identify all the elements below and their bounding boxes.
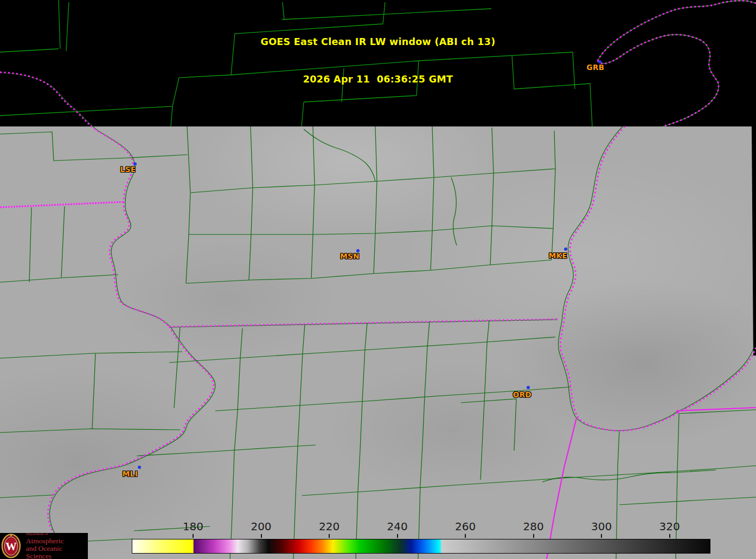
colorbar-tick-260 xyxy=(465,534,466,538)
colorbar-label-240: 240 xyxy=(387,520,407,533)
image-title: GOES East Clean IR LW window (ABI ch 13)… xyxy=(0,11,756,111)
shoreline-lines xyxy=(2,73,754,559)
station-label-MKE: MKE xyxy=(549,251,567,260)
station-label-MSN: MSN xyxy=(340,252,360,261)
logo-line2: and Oceanic Sciences xyxy=(26,545,88,559)
title-line1: GOES East Clean IR LW window (ABI ch 13) xyxy=(0,36,756,48)
highway-lines xyxy=(547,408,756,559)
station-label-MLI: MLI xyxy=(123,469,138,478)
station-label-LSE: LSE xyxy=(120,165,136,174)
colorbar-label-180: 180 xyxy=(183,520,203,533)
colorbar-tick-240 xyxy=(397,534,398,538)
logo-line1: Atmospheric xyxy=(26,537,88,545)
station-dot-ORD xyxy=(527,386,530,389)
logo-dept-line: Department of xyxy=(26,532,88,536)
uw-aos-logo: W Department of Atmospheric and Oceanic … xyxy=(0,533,88,559)
colorbar-label-280: 280 xyxy=(523,520,544,533)
colorbar-label-320: 320 xyxy=(659,520,680,533)
colorbar-tick-180 xyxy=(193,534,194,538)
station-dot-MKE xyxy=(564,247,567,251)
state-border-dense-dotted xyxy=(0,202,124,207)
station-dot-MLI xyxy=(138,466,141,469)
colorbar-tick-220 xyxy=(329,534,330,538)
colorbar-label-300: 300 xyxy=(591,520,612,533)
colorbar-gradient xyxy=(132,539,710,554)
svg-text:W: W xyxy=(5,541,17,552)
colorbar-tick-320 xyxy=(669,534,670,538)
title-line2: 2026 Apr 11 06:36:25 GMT xyxy=(0,73,756,86)
colorbar-label-220: 220 xyxy=(319,520,339,533)
county-lines-cloud xyxy=(0,126,756,559)
satellite-image-viewport: GOES East Clean IR LW window (ABI ch 13)… xyxy=(0,0,756,559)
colorbar-tick-300 xyxy=(601,534,602,538)
uw-crest-icon: W xyxy=(0,533,23,558)
data-edge-strip xyxy=(752,126,756,355)
station-label-GRB: GRB xyxy=(587,63,605,72)
colorbar-label-260: 260 xyxy=(455,520,476,533)
colorbar-label-200: 200 xyxy=(251,520,271,533)
colorbar-tick-280 xyxy=(533,534,534,538)
colorbar-tick-200 xyxy=(261,534,262,538)
logo-text: Department of Atmospheric and Oceanic Sc… xyxy=(26,532,88,559)
station-label-ORD: ORD xyxy=(513,390,531,399)
